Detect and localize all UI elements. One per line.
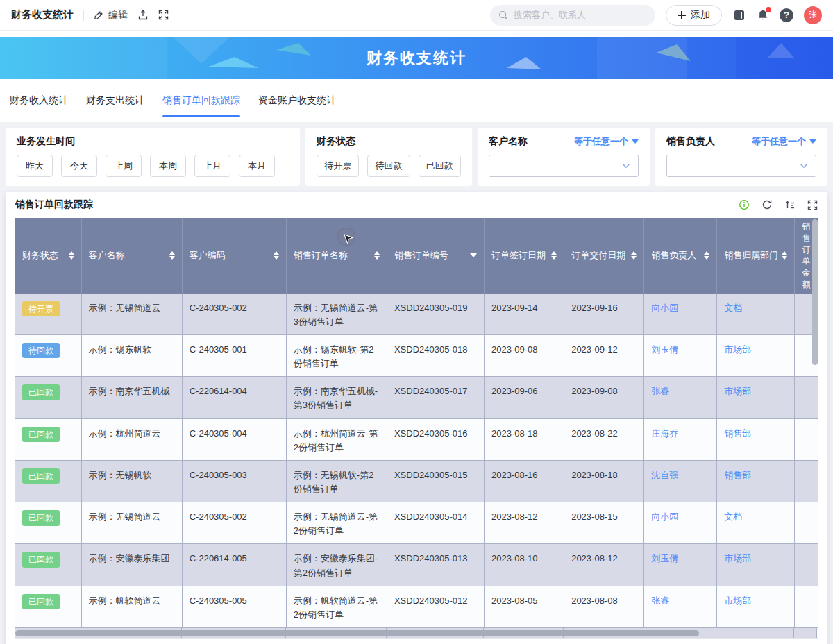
cell-deliver-date: 2023-08-15 <box>564 502 644 544</box>
orders-table: 财务状态客户名称客户编码销售订单名称销售订单编号订单签订日期订单交付日期销售负责… <box>15 218 818 628</box>
table-row: 待开票示例：无锡简道云C-240305-002示例：无锡简道云-第3份销售订单X… <box>15 294 818 335</box>
sales-dept-link[interactable]: 销售部 <box>724 428 751 439</box>
cell-finance-status: 已回款 <box>15 460 81 502</box>
column-header-5[interactable]: 销售订单编号 <box>387 218 484 294</box>
sort-icon[interactable] <box>69 251 74 260</box>
sales-owner-link[interactable]: 刘玉倩 <box>651 344 678 355</box>
sort-icon[interactable] <box>782 251 787 260</box>
sales-dept-link[interactable]: 销售部 <box>724 470 751 480</box>
column-header-3[interactable]: 客户编码 <box>182 218 286 294</box>
column-sort-icon[interactable] <box>784 199 796 210</box>
sales-owner-link[interactable]: 沈自强 <box>651 470 678 480</box>
vertical-scrollbar[interactable] <box>812 219 818 365</box>
cell-order-amount <box>795 586 818 627</box>
time-filter-button[interactable]: 上周 <box>106 155 142 177</box>
tab-2[interactable]: 财务支出统计 <box>86 79 144 122</box>
cell-sales-owner: 沈自强 <box>644 460 717 502</box>
time-filter-button[interactable]: 本月 <box>239 155 275 177</box>
sort-desc-icon[interactable] <box>470 253 477 257</box>
column-label: 订单交付日期 <box>571 249 625 262</box>
filter-label: 业务发生时间 <box>17 135 289 148</box>
column-label: 订单签订日期 <box>491 249 546 262</box>
cell-order-amount <box>795 544 818 586</box>
cell-finance-status: 已回款 <box>15 377 81 418</box>
sales-owner-link[interactable]: 庄海乔 <box>651 428 678 439</box>
sales-owner-link[interactable]: 向小园 <box>651 303 678 313</box>
cell-order-name: 示例：无锡简道云-第3份销售订单 <box>286 294 387 335</box>
refresh-icon[interactable] <box>762 199 773 210</box>
fullscreen-icon[interactable] <box>158 10 169 20</box>
table-footer: 20 条/页 共18条 1 / 1 <box>15 639 818 644</box>
column-header-1[interactable]: 财务状态 <box>15 218 81 294</box>
customer-select[interactable] <box>489 155 639 177</box>
table-row: 已回款示例：南京华五机械C-220614-004示例：南京华五机械-第3份销售订… <box>15 377 818 418</box>
table-card: 销售订单回款跟踪 <box>6 192 827 644</box>
sort-icon[interactable] <box>274 251 279 260</box>
partial-cell <box>794 628 817 638</box>
sales-dept-link[interactable]: 市场部 <box>724 344 751 355</box>
sales-dept-link[interactable]: 文档 <box>724 511 742 522</box>
share-icon[interactable] <box>137 10 149 21</box>
operator-dropdown[interactable]: 等于任意一个 <box>752 135 816 148</box>
time-filter-button[interactable]: 昨天 <box>17 155 53 177</box>
table-fullscreen-icon[interactable] <box>807 200 818 210</box>
cell-sign-date: 2023-09-08 <box>485 335 564 377</box>
partial-cell <box>716 628 794 638</box>
time-filter-button[interactable]: 今天 <box>61 155 97 177</box>
sort-icon[interactable] <box>631 251 637 260</box>
sales-owner-link[interactable]: 向小园 <box>651 511 678 522</box>
notifications-button[interactable] <box>757 9 769 22</box>
status-badge: 待开票 <box>22 301 60 316</box>
column-header-4[interactable]: 销售订单名称 <box>286 218 387 294</box>
status-badge: 已回款 <box>22 427 60 442</box>
edit-button[interactable]: 编辑 <box>94 9 128 22</box>
partial-row <box>15 628 818 639</box>
sales-owner-select[interactable] <box>666 155 816 177</box>
cell-sales-owner: 刘玉倩 <box>644 544 717 586</box>
add-button[interactable]: 添加 <box>666 5 722 26</box>
sort-icon[interactable] <box>169 251 175 260</box>
sales-dept-link[interactable]: 市场部 <box>724 553 751 564</box>
cell-order-name: 示例：锡东帆软-第2份销售订单 <box>286 335 387 377</box>
cell-order-no: XSDD240305-014 <box>387 502 484 544</box>
table-title: 销售订单回款跟踪 <box>15 198 93 211</box>
time-filter-button[interactable]: 上月 <box>194 155 230 177</box>
filter-finance-status: 财务状态 待开票待回款已回款 <box>305 128 472 186</box>
avatar[interactable]: 张 <box>804 6 822 24</box>
status-badge: 已回款 <box>22 468 60 484</box>
column-header-2[interactable]: 客户名称 <box>81 218 182 294</box>
operator-dropdown[interactable]: 等于任意一个 <box>574 135 639 148</box>
sort-icon[interactable] <box>374 251 380 260</box>
cell-order-name: 示例：帆软简道云-第2份销售订单 <box>286 586 387 627</box>
status-filter-button[interactable]: 待开票 <box>317 155 359 177</box>
help-button[interactable]: ? <box>780 8 793 22</box>
sales-owner-link[interactable]: 刘玉倩 <box>651 553 678 564</box>
tab-4[interactable]: 资金账户收支统计 <box>258 79 336 122</box>
column-header-7[interactable]: 订单交付日期 <box>564 218 644 294</box>
sort-icon[interactable] <box>704 251 709 260</box>
sales-dept-link[interactable]: 市场部 <box>724 386 751 396</box>
cell-customer-name: 示例：帆软简道云 <box>81 586 182 627</box>
horizontal-scrollbar[interactable] <box>15 630 699 636</box>
workbook-icon[interactable] <box>732 8 746 22</box>
column-header-8[interactable]: 销售负责人 <box>644 218 717 294</box>
tab-1[interactable]: 财务收入统计 <box>10 79 68 122</box>
cell-order-name: 示例：杭州简道云-第2份销售订单 <box>286 418 387 460</box>
cell-order-no: XSDD240305-012 <box>387 586 484 627</box>
column-header-9[interactable]: 销售归属部门 <box>717 218 795 294</box>
column-header-6[interactable]: 订单签订日期 <box>485 218 564 294</box>
sales-owner-link[interactable]: 张睿 <box>651 386 669 396</box>
status-filter-button[interactable]: 已回款 <box>419 155 461 177</box>
cell-finance-status: 已回款 <box>15 544 81 586</box>
status-filter-button[interactable]: 待回款 <box>367 155 410 177</box>
search-input[interactable]: 搜索客户、联系人 <box>490 5 655 26</box>
cell-customer-name: 示例：无锡简道云 <box>81 294 182 335</box>
cell-sign-date: 2023-09-14 <box>485 294 564 335</box>
sales-dept-link[interactable]: 文档 <box>724 303 742 313</box>
sales-owner-link[interactable]: 张睿 <box>651 595 669 606</box>
info-icon[interactable] <box>739 199 750 210</box>
time-filter-button[interactable]: 本周 <box>150 155 186 177</box>
tab-3[interactable]: 销售订单回款跟踪 <box>162 79 240 122</box>
sort-icon[interactable] <box>551 251 557 260</box>
sales-dept-link[interactable]: 市场部 <box>724 595 751 606</box>
